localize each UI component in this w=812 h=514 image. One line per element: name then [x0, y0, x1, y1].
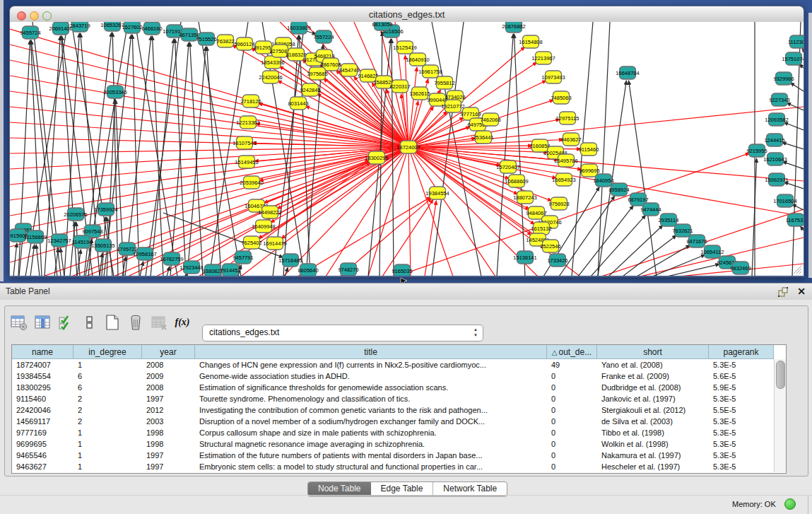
row-mode-icon[interactable] [81, 314, 98, 331]
graph-edge[interactable] [77, 250, 81, 276]
table-cell[interactable]: 0 [547, 427, 597, 438]
table-cell[interactable]: 2003 [142, 416, 195, 427]
close-panel-icon[interactable]: ✕ [796, 285, 807, 298]
table-cell[interactable]: 5.3E-5 [709, 438, 774, 450]
table-cell[interactable]: Structural magnetic resonance image aver… [195, 438, 547, 450]
table-cell[interactable]: 2008 [142, 382, 195, 393]
table-row[interactable]: 946554611997Estimation of the future num… [12, 450, 774, 461]
table-cell[interactable]: 1997 [142, 450, 195, 461]
tab-node-table[interactable]: Node Table [308, 482, 371, 496]
table-cell[interactable]: 1998 [142, 427, 195, 438]
graph-edge[interactable] [135, 22, 177, 276]
table-cell[interactable]: 0 [547, 382, 597, 393]
graph-edge[interactable] [801, 226, 804, 230]
table-cell[interactable]: 22420046 [12, 404, 73, 416]
graph-edge[interactable] [207, 47, 221, 276]
table-cell[interactable]: 2 [73, 416, 142, 427]
table-cell[interactable]: Franke et al. (2009) [597, 370, 709, 382]
graph-edge[interactable] [36, 245, 40, 276]
table-cell[interactable]: 1997 [142, 461, 195, 472]
table-cell[interactable]: 0 [547, 461, 597, 472]
tab-network-table[interactable]: Network Table [433, 482, 507, 496]
citation-network-graph[interactable]: 1872400718300295193845549455724206914062… [10, 22, 804, 276]
table-cell[interactable]: Stergiakouli et al. (2012) [597, 404, 709, 416]
table-cell[interactable]: 5.3E-5 [709, 427, 774, 438]
table-selector-dropdown[interactable]: citations_edges.txt ▲▼ [202, 325, 483, 341]
graph-edge[interactable] [30, 245, 35, 276]
graph-edge[interactable] [112, 33, 118, 276]
table-row[interactable]: 969969511998Structural magnetic resonanc… [12, 438, 774, 450]
graph-edge[interactable] [629, 81, 657, 276]
table-cell[interactable]: 0 [547, 404, 597, 416]
table-cell[interactable]: 6 [73, 370, 142, 382]
table-cell[interactable]: 1 [73, 438, 142, 450]
graph-edge[interactable] [70, 222, 75, 276]
window-titlebar[interactable]: citations_edges.txt [10, 6, 804, 23]
graph-edge[interactable] [784, 182, 804, 189]
table-cell[interactable]: 5.6E-5 [709, 370, 774, 382]
table-cell[interactable]: 2012 [142, 404, 195, 416]
graph-edge[interactable] [784, 122, 804, 130]
table-cell[interactable]: 5.3E-5 [709, 393, 774, 404]
table-cell[interactable]: 2 [73, 404, 142, 416]
delete-column-icon[interactable] [127, 314, 144, 331]
table-cell[interactable]: Investigating the contribution of common… [195, 404, 547, 416]
table-vertical-scrollbar[interactable] [774, 359, 786, 472]
table-cell[interactable]: 9777169 [12, 427, 73, 438]
graph-edge[interactable] [787, 103, 804, 110]
table-cell[interactable]: 0 [547, 438, 597, 450]
table-cell[interactable]: Tourette syndrome. Phenomenology and cla… [195, 393, 547, 404]
table-row[interactable]: 946362711997Embryonic stem cells: a mode… [12, 461, 774, 472]
graph-edge[interactable] [652, 255, 705, 276]
table-cell[interactable]: 18300295 [12, 382, 73, 393]
graph-edge[interactable] [60, 248, 64, 276]
delete-table-icon[interactable] [151, 314, 167, 331]
show-columns-icon[interactable] [34, 314, 51, 331]
graph-edge[interactable] [782, 162, 804, 169]
column-header-title[interactable]: title [195, 345, 547, 359]
table-cell[interactable]: 5.3E-5 [709, 450, 774, 461]
function-builder-icon[interactable]: f(x) [174, 314, 191, 331]
table-row[interactable]: 977716911998Corpus callosum shape and si… [12, 427, 774, 438]
graph-edge[interactable] [10, 122, 408, 147]
table-cell[interactable]: 5.5E-5 [709, 404, 774, 416]
graph-edge[interactable] [790, 83, 804, 91]
table-cell[interactable]: 9465546 [12, 450, 73, 461]
tab-edge-table[interactable]: Edge Table [371, 482, 433, 496]
graph-edge[interactable] [514, 34, 525, 276]
table-cell[interactable]: 9463627 [12, 461, 73, 472]
table-cell[interactable]: Estimation of the future numbers of pati… [195, 450, 547, 461]
table-cell[interactable]: 14569117 [12, 416, 73, 427]
table-cell[interactable]: 2008 [142, 359, 195, 370]
table-cell[interactable]: Yano et al. (2008) [597, 359, 709, 370]
table-cell[interactable]: Wolkin et al. (1998) [597, 438, 709, 450]
memory-status-indicator[interactable] [784, 498, 796, 510]
table-cell[interactable]: 0 [547, 416, 597, 427]
table-cell[interactable]: Dudbridge et al. (2008) [597, 382, 709, 393]
table-row[interactable]: 1938455462009Genome-wide association stu… [12, 370, 774, 382]
table-cell[interactable]: Tibbo et al. (1998) [597, 427, 709, 438]
table-cell[interactable]: 0 [547, 393, 597, 404]
graph-edge[interactable] [408, 147, 495, 276]
table-cell[interactable]: Genome-wide association studies in ADHD. [195, 370, 547, 382]
table-cell[interactable]: 5.3E-5 [709, 359, 774, 370]
table-cell[interactable]: Disruption of a novel member of a sodium… [195, 416, 547, 427]
graph-edge[interactable] [578, 206, 633, 276]
graph-edge[interactable] [13, 243, 17, 276]
table-cell[interactable]: 49 [547, 359, 597, 370]
table-cell[interactable]: 1997 [142, 393, 195, 404]
table-cell[interactable]: 5.9E-5 [709, 382, 774, 393]
table-cell[interactable]: Embryonic stem cells: a model to study s… [195, 461, 547, 472]
table-row[interactable]: 1830029562008Estimation of significance … [12, 382, 774, 393]
table-cell[interactable]: 0 [547, 450, 597, 461]
column-header-in-degree[interactable]: in_degree [73, 345, 142, 359]
column-header-pagerank[interactable]: pagerank [709, 345, 774, 359]
scrollbar-thumb[interactable] [776, 361, 785, 389]
table-cell[interactable]: 1 [73, 359, 142, 370]
graph-edge[interactable] [752, 158, 757, 276]
table-cell[interactable]: 1 [73, 461, 142, 472]
graph-edge[interactable] [187, 47, 206, 276]
graph-edge[interactable] [667, 264, 719, 276]
table-cell[interactable]: Hescheler et al. (1997) [597, 461, 709, 472]
table-row[interactable]: 2242004622012Investigating the contribut… [12, 404, 774, 416]
